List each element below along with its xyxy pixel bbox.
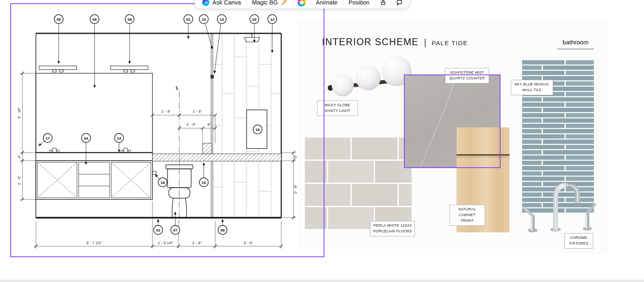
material-label-wall-tile[interactable]: SKY BLUE MOSIAC WALL TILE [511,80,553,95]
label-line: MILKY GLOBE [320,103,355,108]
color-wheel-icon [298,0,306,7]
page-title: INTERIOR SCHEME [322,37,419,48]
lock-button[interactable] [377,0,390,8]
animate-button[interactable]: Animate [312,0,342,8]
page-subtitle: PALE TIDE [432,39,468,46]
faucet-left-handle [525,209,538,232]
lock-icon [380,0,386,6]
toolbar-divider [375,0,375,6]
toolbar-divider [310,0,311,6]
material-label-cabinet[interactable]: NATURAL CABINET FRONT [450,205,485,226]
chrome-fixtures-image[interactable] [524,169,597,234]
selection-box-drawing[interactable] [10,3,324,257]
ask-canva-label: Ask Canva [212,0,241,6]
color-picker-button[interactable] [294,0,309,8]
position-button[interactable]: Position [344,0,374,8]
label-line: WALL TILE [514,87,550,93]
toolbar-divider [391,0,391,6]
label-line: VANITY LIGHT [320,108,355,114]
magic-bg-button[interactable]: Magic BG [248,0,291,8]
animate-label: Animate [316,0,337,6]
toolbar-divider [293,0,293,6]
faucet-right-handle [583,205,595,231]
context-toolbar: Ask Canva Magic BG Animate Position [195,0,409,9]
comment-icon [396,0,403,6]
label-line: FIXTURES [567,241,590,247]
title-divider: | [424,37,426,48]
magic-wand-icon [281,0,287,6]
position-label: Position [348,0,370,6]
globe-bulb [355,65,381,90]
design-canvas[interactable]: ℄ 3' - 10" 4" [0,0,644,282]
globe-bulb [332,74,354,96]
category-label: bathroom [557,39,594,49]
label-line: PERLA WHITE 12X24 [373,223,412,229]
canva-logo-icon [202,0,210,6]
bottom-ui-strip [0,280,644,282]
toolbar-divider [246,0,247,6]
magic-bg-label: Magic BG [252,0,278,6]
toolbar-divider [343,0,343,6]
label-line: CHROME [567,235,590,241]
label-line: NATURAL [452,207,482,212]
material-label-floor[interactable]: PERLA WHITE 12X24 PORCELAIN FLOORS [370,221,415,236]
label-line: SKY BLUE MOSIAC [514,82,550,87]
material-label-fixtures[interactable]: CHROME FIXTURES [565,233,593,249]
label-line: PORCELAIN FLOORS [373,229,412,234]
faucet-spout [550,185,580,232]
ask-canva-button[interactable]: Ask Canva [198,0,245,8]
selection-box-quartz[interactable] [404,74,501,168]
comment-button[interactable] [393,0,406,8]
label-line: CABINET FRONT [452,212,482,224]
moodboard-header: INTERIOR SCHEME | PALE TIDE [322,37,468,48]
